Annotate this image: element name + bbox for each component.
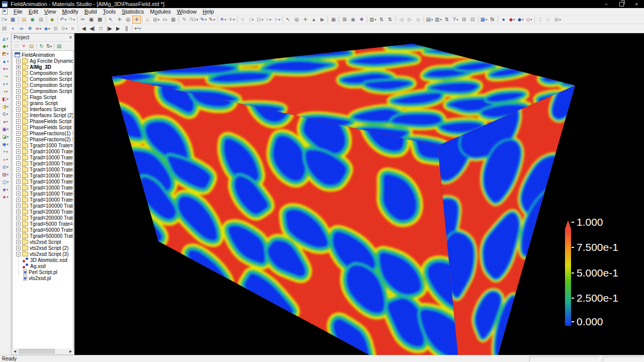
expand-plus-icon[interactable]: +: [16, 71, 21, 75]
toolbar-button-chart-view[interactable]: ▥▾: [434, 16, 442, 24]
toolbar-button-copy[interactable]: ▣: [87, 16, 96, 24]
toolbar-button-align[interactable]: ≡▾: [264, 16, 273, 24]
expand-plus-icon[interactable]: +: [16, 234, 21, 238]
toolbar-button-supercell[interactable]: ⊞: [340, 16, 349, 24]
module-button-17[interactable]: ◒▾: [0, 155, 11, 163]
toolbar-button-sketch-bond[interactable]: ✎▾: [208, 16, 216, 24]
scroll-left-icon[interactable]: ◀: [12, 349, 18, 353]
toolbar-button-bond-tool[interactable]: ◆▾: [508, 16, 516, 24]
project-toolbar-button-sort[interactable]: ⇅▾: [45, 43, 53, 50]
project-toolbar-button-new-document[interactable]: □: [13, 43, 20, 50]
tree-item-composition-script-3[interactable]: +Composition Script (3): [13, 82, 73, 88]
tree-item-tgrad-10000-trate-1000[interactable]: +Tgrad=10000 Trate=-1000: [13, 166, 73, 172]
expand-plus-icon[interactable]: +: [16, 246, 21, 250]
toolbar-button-atom-tool[interactable]: ●: [499, 16, 508, 24]
toolbar-button-script-options[interactable]: ▣▾: [553, 16, 561, 24]
toolbar-button-redo[interactable]: ↷▾: [67, 16, 76, 24]
toolbar-button-pan[interactable]: ✛: [115, 16, 124, 24]
project-close-icon[interactable]: ×: [69, 35, 72, 40]
toolbar-button-anim-step-forward[interactable]: |▶: [105, 25, 114, 33]
expand-plus-icon[interactable]: +: [16, 95, 21, 100]
menu-item-build[interactable]: Build: [82, 8, 100, 15]
toolbar-button-fit-view[interactable]: ▭: [160, 16, 169, 24]
expand-plus-icon[interactable]: +: [16, 186, 21, 190]
menu-item-modify[interactable]: Modify: [59, 8, 81, 15]
tree-item-tgrad-10000-trate-25-s[interactable]: +Tgrad=10000 Trate=-25 S: [13, 178, 73, 185]
toolbar-button-home-view[interactable]: ⌂: [143, 16, 152, 24]
toolbar-button-collapse-all[interactable]: ⊟: [468, 16, 477, 24]
close-button[interactable]: ×: [629, 0, 644, 8]
module-button-1[interactable]: ◭▾: [0, 35, 11, 42]
toolbar-button-torsion-tool[interactable]: ◇▾: [525, 16, 533, 24]
expand-plus-icon[interactable]: +: [16, 222, 21, 226]
toolbar-button-cut[interactable]: ✂: [78, 16, 87, 24]
toolbar-button-sort-asc[interactable]: ⇅: [377, 16, 386, 24]
toolbar-button-anim-play[interactable]: ▶: [114, 25, 122, 33]
tree-item-grains-script[interactable]: +grains Script: [13, 100, 73, 106]
toolbar-button-open-folder[interactable]: ▤: [20, 16, 28, 24]
tree-item-tgrad-10000-trate-800[interactable]: +Tgrad=10000 Trate=-800: [13, 197, 73, 203]
expand-plus-icon[interactable]: +: [16, 59, 21, 63]
menu-item-statistics[interactable]: Statistics: [119, 8, 147, 15]
expand-plus-icon[interactable]: +: [16, 198, 21, 202]
module-button-6[interactable]: ◔▾: [0, 72, 11, 80]
tree-item-phasefields-script[interactable]: +PhaseFields Script: [13, 118, 73, 124]
tree-item-interfaces-script-2[interactable]: +Interfaces Script (2): [13, 112, 73, 118]
toolbar-button-undo[interactable]: ↶▾: [59, 16, 67, 24]
tree-item-perl-script-pl[interactable]: Perl Script.pl: [13, 269, 73, 275]
toolbar-button-rotate[interactable]: ▲: [309, 16, 318, 24]
tree-item-composition-script-2[interactable]: +Composition Script (2): [13, 76, 73, 82]
module-button-18[interactable]: ◎▾: [0, 163, 11, 170]
project-tree-hscrollbar[interactable]: ◀ ▶: [12, 348, 73, 354]
toolbar-button-crystal[interactable]: ❖: [357, 16, 366, 24]
tree-item-ag-forcite-dynamics[interactable]: +Ag Forcite Dynamics: [13, 58, 73, 64]
toolbar-button-chart-type[interactable]: ▥▾: [368, 16, 377, 24]
toolbar-button-text-tool[interactable]: ≡: [238, 16, 247, 24]
expand-plus-icon[interactable]: +: [16, 252, 21, 256]
project-toolbar-button-new-folder[interactable]: ▤: [28, 43, 35, 50]
module-button-10[interactable]: ◨▾: [0, 103, 11, 110]
tree-item-vts2xsd-script[interactable]: +vts2xsd Script: [13, 239, 73, 245]
toolbar-button-select-frame[interactable]: ◇: [414, 16, 423, 24]
tree-item-tgrad-1000-trate-100-s[interactable]: +Tgrad=1000 Trate=-100 S: [13, 142, 73, 148]
expand-plus-icon[interactable]: +: [16, 192, 21, 196]
expand-plus-icon[interactable]: +: [16, 167, 21, 172]
toolbar-button-sketch[interactable]: ✎: [180, 16, 189, 24]
expand-plus-icon[interactable]: +: [16, 119, 21, 124]
toolbar-button-contacts[interactable]: ∞▾: [34, 25, 43, 33]
module-button-19[interactable]: ▨▾: [0, 170, 11, 178]
scroll-thumb[interactable]: [19, 349, 55, 353]
module-button-4[interactable]: ▲▾: [0, 57, 11, 65]
toolbar-button-distribute[interactable]: ✛▾: [273, 16, 281, 24]
tree-item-composition-script[interactable]: +Composition Script: [13, 70, 73, 76]
toolbar-button-view-direction[interactable]: ◎▾: [152, 16, 160, 24]
toolbar-button-anim-first[interactable]: ◀: [79, 25, 88, 33]
tree-item-composition-script-4[interactable]: +Composition Script (4): [13, 88, 73, 94]
expand-plus-icon[interactable]: +: [16, 107, 21, 112]
tree-item-vts2xsd-pl[interactable]: vts2xsd.pl: [13, 275, 73, 281]
tree-item-tgrad-10000-trate-50-s[interactable]: +Tgrad=10000 Trate=-50 S: [13, 191, 73, 197]
toolbar-button-save[interactable]: ▦: [9, 16, 17, 24]
toolbar-button-table-view[interactable]: ▤▾: [425, 16, 434, 24]
module-button-13[interactable]: ▣▾: [0, 125, 11, 133]
module-button-12[interactable]: ◕▾: [0, 118, 11, 125]
project-toolbar-button-delete[interactable]: ×: [20, 43, 28, 50]
module-button-3[interactable]: ◩▾: [0, 50, 11, 57]
project-toolbar-button-refresh[interactable]: ↻: [38, 43, 45, 50]
expand-plus-icon[interactable]: +: [16, 173, 21, 178]
menu-item-modules[interactable]: Modules: [147, 8, 174, 15]
expand-plus-icon[interactable]: +: [16, 161, 21, 166]
tree-item-tgrad-500000-trate-100[interactable]: +Tgrad=500000 Trate=-100: [13, 233, 73, 239]
tree-item-3d-atomistic-xsd[interactable]: 3D Atomistic.xsd: [13, 257, 73, 263]
tree-item-fieldanimation[interactable]: FieldAnimation: [13, 52, 73, 58]
toolbar-button-element[interactable]: Na▾: [189, 16, 199, 24]
tree-item-tgrad-10000-trate-10-s[interactable]: +Tgrad=10000 Trate=-10 S: [13, 154, 73, 160]
toolbar-button-anim-step-back[interactable]: ◀|: [88, 25, 97, 33]
tree-item-flags-script[interactable]: +Flags Script: [13, 94, 73, 100]
tree-item-phasefractions-1-script[interactable]: +PhaseFractions(1) Script: [13, 130, 73, 136]
toolbar-button-rotate-3d[interactable]: ✛: [132, 16, 141, 24]
toolbar-button-display-style[interactable]: ▦: [169, 16, 178, 24]
expand-plus-icon[interactable]: +: [16, 101, 21, 106]
expand-plus-icon[interactable]: +: [16, 77, 21, 81]
tree-item-tgrad-50000-trate-100[interactable]: +Tgrad=50000 Trate=-100: [13, 227, 73, 233]
